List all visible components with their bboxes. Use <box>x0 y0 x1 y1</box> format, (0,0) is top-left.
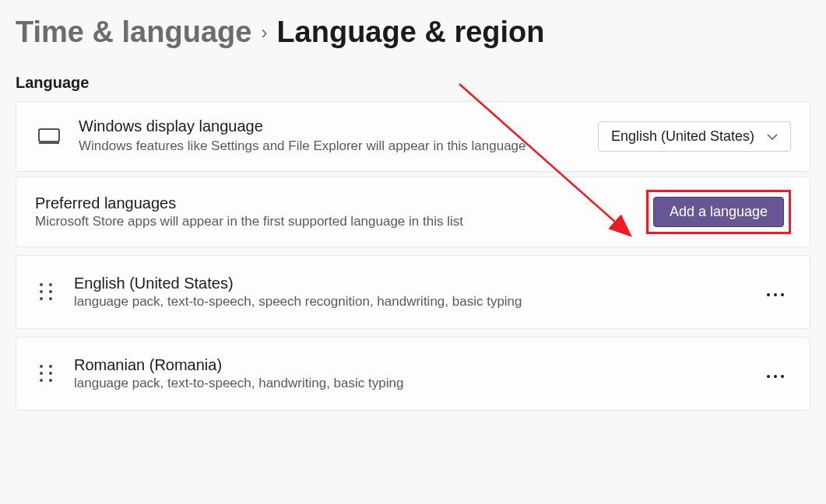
svg-point-2 <box>767 293 770 296</box>
svg-point-6 <box>774 375 777 378</box>
svg-point-4 <box>781 293 784 296</box>
language-name: English (United States) <box>74 275 760 292</box>
preferred-languages-content: Preferred languages Microsoft Store apps… <box>35 194 646 229</box>
language-item-content: English (United States) language pack, t… <box>74 275 760 310</box>
display-language-subtitle: Windows features like Settings and File … <box>79 137 598 156</box>
drag-handle-icon[interactable] <box>35 365 57 382</box>
svg-point-7 <box>781 375 784 378</box>
language-item-english[interactable]: English (United States) language pack, t… <box>16 255 810 329</box>
svg-rect-0 <box>39 129 59 142</box>
language-features: language pack, text-to-speech, handwriti… <box>74 376 760 391</box>
section-title-language: Language <box>16 74 810 92</box>
display-language-title: Windows display language <box>79 117 598 135</box>
language-features: language pack, text-to-speech, speech re… <box>74 294 760 310</box>
chevron-down-icon <box>767 130 778 142</box>
display-language-content: Windows display language Windows feature… <box>79 117 598 156</box>
annotation-highlight-box: Add a language <box>646 190 791 234</box>
more-options-button[interactable] <box>760 357 791 390</box>
language-name: Romanian (Romania) <box>74 356 760 374</box>
breadcrumb-current: Language & region <box>276 16 544 49</box>
breadcrumb-parent[interactable]: Time & language <box>16 16 251 49</box>
chevron-right-icon: › <box>261 22 267 44</box>
drag-handle-icon[interactable] <box>35 283 57 300</box>
display-language-dropdown[interactable]: English (United States) <box>598 121 791 152</box>
display-icon <box>35 128 63 144</box>
preferred-languages-subtitle: Microsoft Store apps will appear in the … <box>35 214 646 229</box>
preferred-languages-title: Preferred languages <box>35 194 646 212</box>
language-item-content: Romanian (Romania) language pack, text-t… <box>74 356 760 391</box>
display-language-selected: English (United States) <box>611 128 754 145</box>
language-item-romanian[interactable]: Romanian (Romania) language pack, text-t… <box>16 337 810 411</box>
display-language-card: Windows display language Windows feature… <box>16 101 810 172</box>
breadcrumb: Time & language › Language & region <box>16 16 810 49</box>
preferred-languages-card: Preferred languages Microsoft Store apps… <box>16 177 810 247</box>
svg-point-5 <box>767 375 770 378</box>
svg-point-3 <box>774 293 777 296</box>
add-language-button[interactable]: Add a language <box>653 197 784 227</box>
more-options-button[interactable] <box>760 275 791 308</box>
